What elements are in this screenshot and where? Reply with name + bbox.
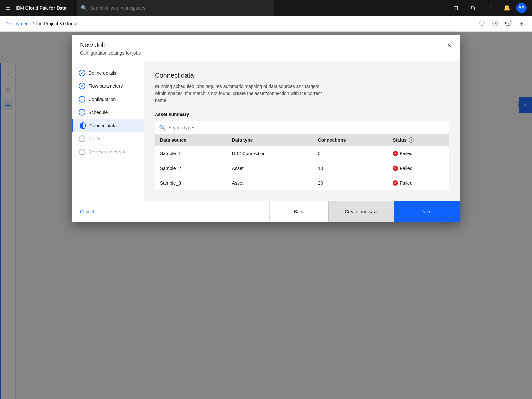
status-label-1: Failed (400, 151, 412, 156)
brand-ibm: IBM (16, 5, 25, 11)
breadcrumb-link-deployment[interactable]: Deployment (5, 21, 30, 26)
step-item-schedule[interactable]: ✓ Schedule (72, 106, 144, 119)
status-col-label: Status (393, 137, 407, 143)
cell-data-type-1: DB2 Connection (227, 146, 313, 161)
cell-status-2: ✕ Failed (387, 161, 449, 176)
hamburger-menu-icon[interactable]: ☰ (5, 4, 11, 12)
cell-data-type-2: Asset (227, 161, 313, 176)
step-disabled-icon (79, 149, 85, 155)
breadcrumb-separator: / (33, 21, 34, 26)
step-label-review-and-create: Review and create (88, 149, 127, 154)
step-icon-notify (79, 135, 85, 142)
cell-data-source-1: Sample_1 (155, 146, 227, 161)
sub-nav: Deployment / Lin Project 3.0 for all ⓘ 🕐… (0, 16, 532, 32)
brand-name: IBM Cloud Pak for Data (16, 5, 66, 11)
step-label-configuration: Configuration (88, 97, 116, 102)
cell-data-source-2: Sample_2 (155, 161, 227, 176)
step-item-define-details[interactable]: ✓ Define details (72, 66, 144, 80)
modal-title: New Job (80, 41, 452, 49)
col-header-status: Status i (387, 134, 449, 146)
step-label-connect-data: Connect data (89, 123, 117, 128)
comment-icon[interactable]: 💬 (503, 18, 514, 29)
modal-subtitle: Configuration settings for jobs (80, 50, 452, 56)
cell-data-type-3: Asset (227, 176, 313, 191)
step-half-icon (80, 122, 86, 129)
step-label-schedule: Schedule (88, 110, 108, 115)
modal-header: New Job Configuration settings for jobs … (72, 35, 460, 61)
table-row: Sample_1 DB2 Connection 5 ✕ Failed (155, 146, 449, 161)
table-row: Sample_3 Asset 20 ✕ Failed (155, 176, 449, 191)
table-body: Sample_1 DB2 Connection 5 ✕ Failed (155, 146, 449, 191)
modal-close-button[interactable]: × (444, 40, 455, 51)
cell-status-1: ✕ Failed (387, 146, 449, 161)
main-content: Connect data Running scheduled jobs requ… (144, 61, 460, 201)
status-label-2: Failed (400, 166, 412, 171)
type-search-bar[interactable]: 🔍 (155, 121, 449, 134)
brand-product: Cloud Pak for Data (25, 5, 66, 11)
step-icon-define-details: ✓ (79, 70, 85, 76)
avatar[interactable]: MB (516, 3, 527, 13)
failed-status-icon: ✕ (393, 151, 398, 156)
step-item-flow-parameters[interactable]: ✓ Flow parameters (72, 80, 144, 93)
next-button[interactable]: Next (394, 201, 460, 222)
asset-summary-table: Data source Data type Connections Status… (155, 134, 449, 190)
step-disabled-icon (79, 135, 85, 142)
cell-connections-2: 10 (313, 161, 388, 176)
search-input[interactable] (90, 5, 270, 11)
create-and-save-button[interactable]: Create and save (328, 201, 394, 222)
connect-data-title: Connect data (155, 72, 449, 79)
history-icon[interactable]: 🕐 (490, 18, 500, 29)
step-item-configuration[interactable]: ✓ Configuration (72, 93, 144, 106)
table-header: Data source Data type Connections Status… (155, 134, 449, 146)
top-nav-actions: ⊡ ⧉ ? 🔔 MB (448, 0, 527, 16)
step-label-notify: Notify (88, 136, 100, 141)
failed-status-icon: ✕ (393, 166, 398, 171)
step-item-review-and-create: Review and create (72, 145, 144, 158)
step-icon-schedule: ✓ (79, 109, 85, 116)
status-info-icon[interactable]: i (409, 137, 414, 143)
step-icon-configuration: ✓ (79, 96, 85, 103)
step-icon-connect-data (80, 122, 86, 129)
search-types-input[interactable] (168, 125, 445, 130)
col-header-connections: Connections (313, 134, 388, 146)
step-check-icon: ✓ (79, 70, 85, 76)
step-item-connect-data[interactable]: Connect data (72, 119, 144, 132)
search-icon: 🔍 (81, 5, 87, 11)
screen-expand-icon[interactable]: ⊡ (448, 0, 464, 16)
step-label-flow-parameters: Flow parameters (88, 83, 123, 89)
step-check-icon: ✓ (79, 109, 85, 116)
status-label-3: Failed (400, 180, 412, 186)
cell-connections-1: 5 (313, 146, 388, 161)
steps-sidebar: ✓ Define details ✓ Flow parameters ✓ (72, 61, 144, 201)
modal-overlay: New Job Configuration settings for jobs … (0, 32, 532, 399)
table-row: Sample_2 Asset 10 ✕ Failed (155, 161, 449, 176)
cell-connections-3: 20 (313, 176, 388, 191)
notifications-icon[interactable]: 🔔 (499, 0, 515, 16)
back-button[interactable]: Back (269, 201, 328, 222)
info-circle-icon[interactable]: ⓘ (477, 18, 487, 29)
asset-summary-label: Asset summary (155, 112, 449, 117)
global-search-bar[interactable]: 🔍 (77, 0, 274, 16)
step-item-notify: Notify (72, 132, 144, 145)
new-job-modal: New Job Configuration settings for jobs … (72, 35, 460, 222)
modal-footer: Cancel Back Create and save Next (72, 201, 460, 222)
step-icon-review-and-create (79, 149, 85, 155)
sub-nav-actions: ⓘ 🕐 💬 ⊞ (477, 18, 527, 29)
modal-body: ✓ Define details ✓ Flow parameters ✓ (72, 61, 460, 201)
step-label-define-details: Define details (88, 70, 116, 76)
cancel-button[interactable]: Cancel (72, 201, 102, 222)
connect-data-description: Running scheduled jobs requires automati… (155, 83, 326, 104)
step-check-icon: ✓ (79, 96, 85, 103)
cell-status-3: ✕ Failed (387, 176, 449, 191)
multi-window-icon[interactable]: ⧉ (465, 0, 481, 16)
search-types-icon: 🔍 (159, 125, 166, 131)
breadcrumb-current: Lin Project 3.0 for all (36, 21, 79, 26)
col-header-data-source: Data source (155, 134, 227, 146)
col-header-data-type: Data type (227, 134, 313, 146)
cell-data-source-3: Sample_3 (155, 176, 227, 191)
top-nav: ☰ IBM Cloud Pak for Data 🔍 ⊡ ⧉ ? 🔔 MB (0, 0, 532, 16)
failed-status-icon: ✕ (393, 180, 398, 186)
step-icon-flow-parameters: ✓ (79, 83, 85, 89)
grid-icon[interactable]: ⊞ (516, 18, 527, 29)
help-icon[interactable]: ? (482, 0, 498, 16)
